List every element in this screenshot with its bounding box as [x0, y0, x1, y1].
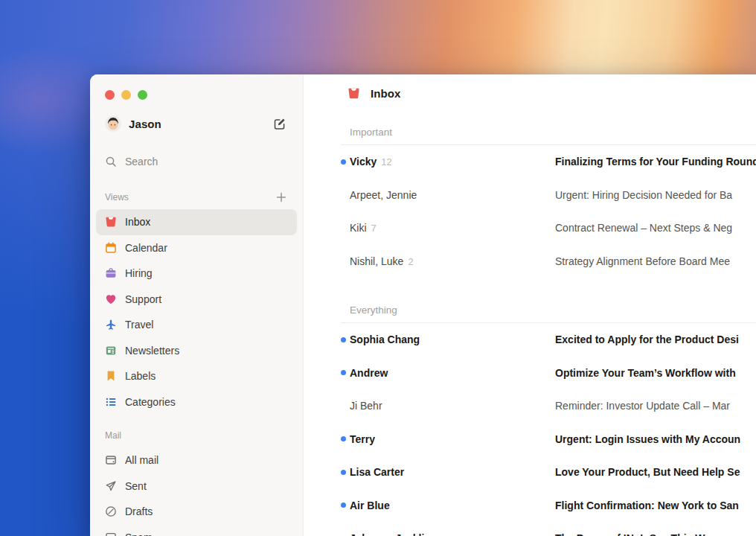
- sidebar-item-label: Sent: [125, 480, 147, 492]
- sidebar-item-travel[interactable]: Travel: [96, 312, 297, 338]
- minimize-window-button[interactable]: [121, 90, 131, 100]
- email-group-everything: EverythingSophia ChangExcited to Apply f…: [304, 304, 756, 536]
- thread-count: 7: [371, 223, 377, 234]
- email-row[interactable]: Kiki7Contract Renewal – Next Steps & Neg: [304, 211, 756, 245]
- zoom-window-button[interactable]: [138, 90, 147, 100]
- email-row[interactable]: AndrewOptimize Your Team’s Workflow with: [304, 357, 756, 390]
- sidebar-item-label: Travel: [125, 319, 153, 331]
- sender-name: Andrew: [350, 367, 388, 379]
- sidebar-item-label: All mail: [125, 454, 158, 466]
- sender-name: Vicky: [350, 156, 377, 168]
- sidebar-item-all-mail[interactable]: All mail: [96, 447, 297, 473]
- inbox-icon: [347, 87, 360, 100]
- sidebar-item-support[interactable]: Support: [96, 287, 297, 313]
- sidebar-item-calendar[interactable]: Calendar: [96, 235, 297, 261]
- search-button[interactable]: Search: [105, 150, 288, 173]
- search-label: Search: [125, 156, 158, 168]
- briefcase-icon: [105, 267, 117, 279]
- email-row[interactable]: Vicky12Finalizing Terms for Your Funding…: [304, 145, 756, 179]
- account-name[interactable]: Jason: [129, 118, 161, 130]
- search-icon: [105, 156, 117, 168]
- sender-name: Sophia Chang: [350, 334, 420, 345]
- send-icon: [105, 480, 117, 492]
- sender-name: Nishil, Luke: [350, 255, 403, 267]
- sender-name: Air Blue: [350, 500, 390, 511]
- section-label: Views: [105, 192, 129, 202]
- heart-icon: [105, 293, 117, 305]
- compose-button[interactable]: [272, 115, 288, 132]
- email-subject: Flight Confirmation: New York to San: [555, 500, 756, 511]
- email-subject: Strategy Alignment Before Board Mee: [555, 255, 756, 267]
- sender-cell: Arpeet, Jennie: [350, 189, 555, 201]
- sender-name: Terry: [350, 433, 375, 445]
- sender-cell: Vicky12: [350, 156, 555, 168]
- email-subject: Urgent: Login Issues with My Accoun: [555, 433, 756, 445]
- avatar[interactable]: [105, 115, 121, 132]
- email-row[interactable]: Air BlueFlight Confirmation: New York to…: [304, 489, 756, 523]
- sidebar-item-label: Calendar: [125, 242, 167, 254]
- sidebar-item-label: Labels: [125, 370, 156, 382]
- unread-dot: [341, 192, 346, 197]
- sidebar-item-label: Categories: [125, 396, 176, 408]
- section-header-views: Views: [105, 185, 288, 209]
- sidebar-item-categories[interactable]: Categories: [96, 389, 297, 415]
- unread-dot: [341, 159, 346, 165]
- inbox-icon: [105, 216, 117, 228]
- unread-dot: [341, 258, 346, 264]
- sidebar-item-label: Drafts: [125, 505, 153, 517]
- email-row[interactable]: Ji BehrReminder: Investor Update Call – …: [304, 389, 756, 423]
- email-row[interactable]: Sophia ChangExcited to Apply for the Pro…: [304, 323, 756, 357]
- unread-dot: [341, 403, 346, 409]
- plus-icon: [275, 191, 287, 203]
- mail-list-pane: Inbox ImportantVicky12Finalizing Terms f…: [304, 74, 756, 536]
- email-subject: The Power of ’No’: Say This W: [555, 532, 756, 536]
- unread-dot: [341, 470, 346, 475]
- email-subject: Love Your Product, But Need Help Se: [555, 466, 756, 478]
- email-row[interactable]: TerryUrgent: Login Issues with My Accoun: [304, 423, 756, 456]
- sidebar-item-spam[interactable]: Spam: [96, 525, 297, 536]
- sidebar-item-sent[interactable]: Sent: [96, 473, 297, 500]
- unread-dot: [341, 436, 346, 441]
- thread-count: 2: [408, 256, 413, 267]
- unread-dot: [341, 502, 346, 508]
- sidebar-item-label: Newsletters: [125, 345, 179, 357]
- sidebar-item-inbox[interactable]: Inbox: [96, 209, 297, 235]
- drafts-icon: [105, 505, 117, 517]
- view-header: Inbox: [304, 74, 756, 112]
- email-row[interactable]: Arpeet, JennieUrgent: Hiring Decision Ne…: [304, 179, 756, 212]
- email-row[interactable]: Johanna JacklinThe Power of ’No’: Say Th…: [304, 522, 756, 536]
- sidebar-item-drafts[interactable]: Drafts: [96, 499, 297, 525]
- unread-dot: [341, 370, 346, 375]
- account-row: Jason: [105, 112, 288, 135]
- section-label: Mail: [105, 430, 121, 441]
- close-window-button[interactable]: [105, 90, 115, 100]
- allmail-icon: [105, 454, 117, 466]
- sidebar: Jason Search: [90, 74, 304, 536]
- sender-cell: Ji Behr: [350, 400, 555, 412]
- sidebar-item-label: Inbox: [125, 216, 150, 228]
- sidebar-item-label: Hiring: [125, 267, 153, 279]
- sender-name: Ji Behr: [350, 400, 382, 412]
- sender-cell: Andrew: [350, 367, 555, 379]
- email-row[interactable]: Nishil, Luke2Strategy Alignment Before B…: [304, 245, 756, 278]
- email-subject: Reminder: Investor Update Call – Mar: [555, 400, 756, 412]
- sidebar-item-label: Support: [125, 293, 161, 305]
- sidebar-item-hiring[interactable]: Hiring: [96, 261, 297, 287]
- airplane-icon: [105, 319, 117, 331]
- thread-count: 12: [381, 156, 391, 168]
- sender-name: Johanna Jacklin: [350, 532, 431, 536]
- sidebar-item-labels[interactable]: Labels: [96, 363, 297, 389]
- unread-dot: [341, 337, 346, 342]
- email-group-important: ImportantVicky12Finalizing Terms for You…: [304, 127, 756, 278]
- sender-cell: Sophia Chang: [350, 334, 555, 345]
- sidebar-item-newsletters[interactable]: Newsletters: [96, 338, 297, 364]
- group-label: Everything: [304, 304, 756, 323]
- sender-cell: Nishil, Luke2: [350, 255, 555, 267]
- email-row[interactable]: Lisa CarterLove Your Product, But Need H…: [304, 456, 756, 489]
- add-view-button[interactable]: [275, 191, 288, 204]
- sender-name: Arpeet, Jennie: [350, 189, 417, 201]
- sidebar-item-label: Spam: [125, 532, 153, 536]
- sender-cell: Terry: [350, 433, 555, 445]
- email-subject: Urgent: Hiring Decision Needed for Ba: [555, 189, 756, 201]
- window-controls: [105, 89, 288, 100]
